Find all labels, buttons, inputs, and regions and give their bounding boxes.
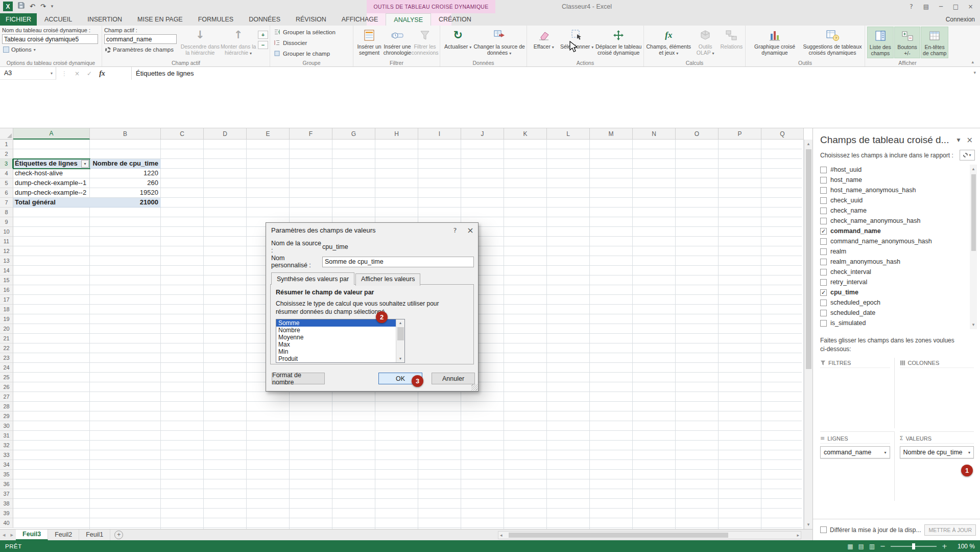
column-header-B[interactable]: B: [90, 128, 161, 140]
insert-function-icon[interactable]: fx: [99, 70, 105, 78]
column-header-D[interactable]: D: [204, 128, 247, 140]
tab-creation[interactable]: CRÉATION: [431, 13, 479, 26]
custom-name-input[interactable]: [322, 257, 474, 267]
row-header-24[interactable]: 24: [0, 363, 13, 373]
field-checkbox[interactable]: [820, 279, 827, 286]
account-link[interactable]: Connexion: [946, 13, 975, 26]
dialog-resize-grip[interactable]: [471, 384, 477, 390]
row-header-34[interactable]: 34: [0, 460, 13, 470]
summary-option-produit[interactable]: Produit: [276, 355, 396, 362]
pivot-row-value[interactable]: 19520: [90, 188, 161, 198]
sheet-nav-right-icon[interactable]: ▸: [8, 532, 16, 538]
rows-field-chip[interactable]: command_name ▾: [820, 446, 890, 458]
collapse-field-icon[interactable]: −: [258, 41, 268, 49]
row-header-26[interactable]: 26: [0, 382, 13, 392]
row-header-32[interactable]: 32: [0, 441, 13, 450]
group-selection-button[interactable]: Grouper la sélection: [272, 27, 351, 37]
zoom-level[interactable]: 100 %: [952, 543, 975, 550]
pivot-row-value[interactable]: 1220: [90, 169, 161, 178]
help-icon[interactable]: ?: [904, 3, 919, 10]
pivot-row-label[interactable]: check-host-alive: [13, 169, 90, 178]
group-field-button[interactable]: Grouper le champ: [272, 48, 351, 59]
zoom-in-icon[interactable]: +: [942, 542, 947, 550]
refresh-button[interactable]: ↻ Actualiser ▾: [442, 27, 473, 59]
pivot-header-row-labels[interactable]: Étiquettes de lignes▾: [13, 159, 90, 169]
field-checkbox[interactable]: [820, 197, 827, 204]
field-checkbox[interactable]: [820, 177, 827, 183]
row-header-40[interactable]: 40: [0, 518, 13, 528]
row-header-23[interactable]: 23: [0, 353, 13, 363]
summary-option-nombre[interactable]: Nombre: [276, 327, 396, 334]
clear-button[interactable]: Effacer ▾: [529, 27, 559, 59]
row-header-19[interactable]: 19: [0, 314, 13, 324]
pivot-row-label[interactable]: dump-check-example--1: [13, 178, 90, 188]
column-header-C[interactable]: C: [161, 128, 204, 140]
field-item-cpu_time[interactable]: ✓cpu_time: [820, 287, 969, 297]
row-header-33[interactable]: 33: [0, 450, 13, 460]
sheet-tab-feuil3[interactable]: Feuil3: [16, 530, 48, 540]
tab-insertion[interactable]: INSERTION: [80, 13, 130, 26]
field-item-scheduled_epoch[interactable]: scheduled_epoch: [820, 297, 969, 308]
field-checkbox[interactable]: ✓: [820, 228, 827, 235]
pivot-row-label[interactable]: dump-check-example--2: [13, 188, 90, 198]
tab-mise-en-page[interactable]: MISE EN PAGE: [130, 13, 190, 26]
vertical-scroll-thumb[interactable]: [806, 149, 811, 369]
field-list-toggle[interactable]: Liste des champs: [867, 27, 894, 58]
horizontal-scroll-thumb[interactable]: [509, 533, 728, 538]
pivot-name-input[interactable]: [2, 34, 98, 44]
relationships-button[interactable]: Relations: [720, 27, 744, 59]
olap-tools-button[interactable]: Outils OLAP ▾: [691, 27, 720, 59]
zoom-slider[interactable]: [891, 546, 937, 547]
ribbon-display-options-icon[interactable]: ▤: [919, 3, 934, 10]
field-item-realm[interactable]: realm: [820, 246, 969, 257]
fields-items-sets-button[interactable]: fx Champs, éléments et jeux ▾: [646, 27, 691, 59]
field-item-command_name_anonymous_hash[interactable]: command_name_anonymous_hash: [820, 236, 969, 246]
column-header-P[interactable]: P: [719, 128, 761, 140]
insert-slicer-button[interactable]: Insérer un segment: [355, 27, 383, 59]
options-button[interactable]: Options ▾: [2, 46, 100, 53]
plus-minus-buttons-toggle[interactable]: Boutons +/-: [894, 27, 921, 58]
sheet-nav-left-icon[interactable]: ◂: [0, 532, 8, 538]
field-checkbox[interactable]: [820, 238, 827, 245]
column-header-O[interactable]: O: [676, 128, 719, 140]
column-header-I[interactable]: I: [418, 128, 461, 140]
defer-layout-checkbox[interactable]: [820, 526, 827, 533]
row-header-12[interactable]: 12: [0, 246, 13, 256]
dialog-help-icon[interactable]: ?: [447, 226, 463, 234]
pivot-total-label[interactable]: Total général: [13, 198, 90, 208]
drill-down-button[interactable]: ↓ Descendre dans la hiérarchie: [181, 27, 220, 59]
field-item-check_name_anonymous_hash[interactable]: check_name_anonymous_hash: [820, 216, 969, 226]
field-item-realm_anonymous_hash[interactable]: realm_anonymous_hash: [820, 257, 969, 267]
row-header-5[interactable]: 5: [0, 178, 13, 188]
recommended-pivottables-button[interactable]: ? Suggestions de tableaux croisés dynami…: [802, 27, 863, 59]
row-header-35[interactable]: 35: [0, 470, 13, 479]
update-button[interactable]: METTRE À JOUR: [924, 524, 976, 536]
filter-connections-button[interactable]: Filtrer les connexions: [412, 27, 438, 59]
redo-icon[interactable]: ↷: [40, 2, 46, 11]
columns-zone[interactable]: COLONNES: [900, 358, 974, 428]
field-item-scheduled_date[interactable]: scheduled_date: [820, 308, 969, 318]
dialog-titlebar[interactable]: Paramètres des champs de valeurs ? ×: [266, 223, 478, 238]
summary-option-moyenne[interactable]: Moyenne: [276, 334, 396, 341]
tab-show-values-as[interactable]: Afficher les valeurs: [355, 273, 420, 286]
pane-close-icon[interactable]: ×: [964, 135, 975, 145]
formula-content[interactable]: Étiquettes de lignes: [136, 67, 194, 80]
column-header-Q[interactable]: Q: [761, 128, 804, 140]
row-header-20[interactable]: 20: [0, 324, 13, 334]
field-checkbox[interactable]: [820, 208, 827, 214]
page-break-view-icon[interactable]: ▥: [869, 543, 875, 550]
field-item-retry_interval[interactable]: retry_interval: [820, 277, 969, 287]
qat-customize-icon[interactable]: ▾: [51, 2, 54, 11]
field-headers-toggle[interactable]: En-têtes de champ: [921, 27, 948, 58]
field-item-command_name[interactable]: ✓command_name: [820, 226, 969, 236]
column-header-L[interactable]: L: [547, 128, 590, 140]
select-all-corner[interactable]: [0, 128, 13, 140]
tab-revision[interactable]: RÉVISION: [288, 13, 334, 26]
formula-bar-collapse-icon[interactable]: ▾: [973, 70, 976, 75]
pane-options-icon[interactable]: ▼: [953, 137, 965, 143]
row-header-17[interactable]: 17: [0, 295, 13, 305]
move-pivottable-button[interactable]: Déplacer le tableau croisé dynamique: [595, 27, 642, 59]
row-header-11[interactable]: 11: [0, 237, 13, 246]
row-header-9[interactable]: 9: [0, 217, 13, 227]
field-checkbox[interactable]: [820, 248, 827, 255]
